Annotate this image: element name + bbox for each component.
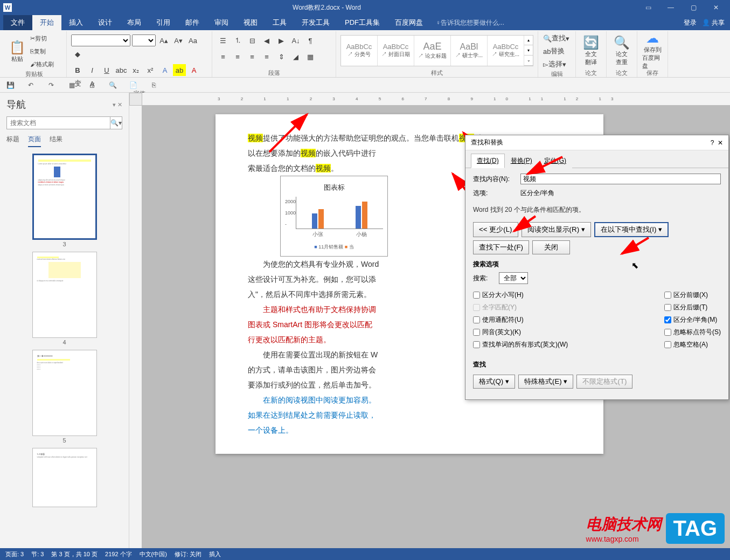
dialog-close-icon[interactable]: ✕ bbox=[718, 139, 723, 147]
search-scope-select[interactable]: 全部 bbox=[499, 272, 528, 284]
tab-design[interactable]: 设计 bbox=[91, 15, 120, 30]
qat-icon[interactable]: ⎘ bbox=[149, 80, 158, 90]
cb-suffix[interactable]: 区分后缀(T) bbox=[664, 303, 721, 312]
increase-indent-icon[interactable]: ▶ bbox=[275, 34, 288, 46]
show-marks-icon[interactable]: ¶ bbox=[304, 34, 317, 46]
nav-tab-results[interactable]: 结果 bbox=[50, 135, 62, 147]
align-left-icon[interactable]: ≡ bbox=[217, 51, 230, 63]
share-button[interactable]: 👤 共享 bbox=[702, 18, 725, 27]
clear-format-icon[interactable]: ◆ bbox=[71, 48, 84, 60]
find-content-input[interactable] bbox=[520, 174, 721, 184]
status-page[interactable]: 页面: 3 bbox=[5, 550, 24, 558]
login-link[interactable]: 登录 bbox=[684, 18, 697, 27]
style-item[interactable]: AaBbCc↗ 封面日期 bbox=[378, 36, 414, 66]
paste-button[interactable]: 📋粘贴 bbox=[6, 35, 28, 67]
horizontal-ruler[interactable]: 3 2 1 1 2 3 4 5 6 7 8 9 10 11 12 13 bbox=[142, 93, 730, 106]
nav-search-input[interactable] bbox=[7, 117, 110, 129]
shrink-font-icon[interactable]: A▾ bbox=[172, 34, 185, 46]
page-thumbnail[interactable]: Lorem ipsum dolor sit amet consecteturad… bbox=[32, 154, 97, 247]
italic-button[interactable]: I bbox=[86, 64, 99, 76]
tab-baidu[interactable]: 百度网盘 bbox=[387, 15, 430, 30]
style-gallery[interactable]: AaBbCc↗ 分类号 AaBbCc↗ 封面日期 AaE↗ 论文标题 AaBl↗… bbox=[340, 35, 533, 66]
font-color-icon[interactable]: A bbox=[187, 64, 200, 76]
close-icon[interactable]: ✕ bbox=[705, 2, 727, 13]
tab-view[interactable]: 视图 bbox=[236, 15, 265, 30]
dialog-help-icon[interactable]: ? bbox=[711, 139, 714, 147]
change-case-icon[interactable]: Aa bbox=[186, 34, 199, 46]
tab-review[interactable]: 审阅 bbox=[207, 15, 236, 30]
tab-file[interactable]: 文件 bbox=[3, 15, 32, 30]
nav-tab-pages[interactable]: 页面 bbox=[28, 135, 41, 147]
tab-references[interactable]: 引用 bbox=[149, 15, 178, 30]
tab-insert[interactable]: 插入 bbox=[61, 15, 91, 30]
dialog-tab-find[interactable]: 查找(D) bbox=[471, 154, 505, 168]
status-page-count[interactable]: 第 3 页，共 10 页 bbox=[51, 550, 98, 558]
page-thumbnail[interactable]: 1.2 标题voluptate velit esse cillum dolore… bbox=[32, 448, 97, 507]
style-item[interactable]: AaBbCc↗ 研究生... bbox=[488, 36, 524, 66]
save-baidu-button[interactable]: ☁保存到百度网盘 bbox=[642, 34, 663, 67]
nav-search-box[interactable]: 🔍▾ bbox=[6, 116, 122, 129]
status-language[interactable]: 中文(中国) bbox=[140, 550, 167, 558]
qat-icon[interactable]: 📄 bbox=[128, 80, 138, 90]
qat-icon[interactable]: ▦ bbox=[67, 80, 77, 90]
select-button[interactable]: ▻ 选择 ▾ bbox=[543, 58, 575, 70]
cb-wildcards[interactable]: 使用通配符(U) bbox=[473, 315, 568, 324]
save-icon[interactable]: 💾 bbox=[5, 80, 15, 90]
strikethrough-button[interactable]: abc bbox=[115, 64, 128, 76]
find-replace-dialog[interactable]: 查找和替换 ? ✕ 查找(D) 替换(P) 定位(G) 查找内容(N): 选项:… bbox=[465, 135, 729, 400]
multilevel-icon[interactable]: ⊟ bbox=[246, 34, 259, 46]
tab-mail[interactable]: 邮件 bbox=[178, 15, 207, 30]
translate-button[interactable]: 🔄全文翻译 bbox=[580, 34, 602, 67]
align-center-icon[interactable]: ≡ bbox=[231, 51, 244, 63]
style-item[interactable]: AaE↗ 论文标题 bbox=[414, 36, 451, 66]
status-word-count[interactable]: 2192 个字 bbox=[105, 550, 132, 558]
bold-button[interactable]: B bbox=[71, 64, 84, 76]
cb-sounds-like[interactable]: 同音(英文)(K) bbox=[473, 328, 568, 337]
cb-ignore-punct[interactable]: 忽略标点符号(S) bbox=[664, 328, 721, 337]
page-thumbnail[interactable]: nostrud exercitation ullamco laboris nis… bbox=[32, 252, 97, 345]
find-in-button[interactable]: 在以下项中查找(I) ▾ bbox=[594, 222, 669, 237]
shading-icon[interactable]: ◢ bbox=[289, 51, 302, 63]
close-button[interactable]: 关闭 bbox=[532, 240, 570, 254]
reading-highlight-button[interactable]: 阅读突出显示(R) ▾ bbox=[522, 222, 591, 237]
qat-icon[interactable]: 🖨 bbox=[87, 80, 97, 90]
decrease-indent-icon[interactable]: ◀ bbox=[260, 34, 273, 46]
cb-ignore-space[interactable]: 忽略空格(A) bbox=[664, 340, 721, 349]
maximize-icon[interactable]: ▢ bbox=[683, 2, 704, 13]
style-gallery-more[interactable]: ▴▾⌄ bbox=[524, 36, 533, 66]
style-item[interactable]: AaBbCc↗ 分类号 bbox=[341, 36, 378, 66]
cb-all-forms[interactable]: 查找单词的所有形式(英文)(W) bbox=[473, 340, 568, 349]
find-button[interactable]: 🔍 查找 ▾ bbox=[543, 32, 575, 44]
align-right-icon[interactable]: ≡ bbox=[246, 51, 259, 63]
justify-icon[interactable]: ≡ bbox=[260, 51, 273, 63]
cut-button[interactable]: ✂ 剪切 bbox=[30, 32, 62, 44]
style-item[interactable]: AaBl↗ 硕士学... bbox=[451, 36, 488, 66]
page-thumbnail[interactable]: 第一章 XXXXXXduis aute irure dolor in repre… bbox=[32, 350, 97, 444]
format-button[interactable]: 格式(Q) ▾ bbox=[473, 375, 515, 389]
special-format-button[interactable]: 特殊格式(E) ▾ bbox=[518, 375, 573, 389]
thesis-check-button[interactable]: 🔍论文查重 bbox=[611, 34, 632, 67]
text-effects-icon[interactable]: A bbox=[158, 64, 171, 76]
borders-icon[interactable]: ▦ bbox=[304, 51, 317, 63]
cb-prefix[interactable]: 区分前缀(X) bbox=[664, 291, 721, 300]
highlight-icon[interactable]: ab bbox=[173, 64, 186, 76]
replace-button[interactable]: ab 替换 bbox=[543, 45, 575, 57]
underline-button[interactable]: U bbox=[100, 64, 113, 76]
vertical-ruler[interactable] bbox=[129, 106, 142, 548]
grow-font-icon[interactable]: A▴ bbox=[157, 34, 170, 46]
tab-tools[interactable]: 工具 bbox=[265, 15, 294, 30]
embedded-chart[interactable]: 图表标 20001000- 小张小杨 ■ 11月销售额 ■ 当 bbox=[280, 176, 388, 257]
tab-home[interactable]: 开始 bbox=[32, 15, 61, 30]
font-size-select[interactable] bbox=[132, 34, 156, 46]
cb-match-case[interactable]: 区分大小写(H) bbox=[473, 291, 568, 300]
tab-layout[interactable]: 布局 bbox=[120, 15, 149, 30]
dialog-tab-replace[interactable]: 替换(P) bbox=[505, 154, 538, 168]
numbering-icon[interactable]: ⒈ bbox=[231, 34, 244, 46]
cb-full-half[interactable]: 区分全/半角(M) bbox=[664, 315, 721, 324]
sort-icon[interactable]: A↓ bbox=[289, 34, 302, 46]
bullets-icon[interactable]: ☰ bbox=[217, 34, 230, 46]
status-insert[interactable]: 插入 bbox=[209, 550, 221, 558]
status-track[interactable]: 修订: 关闭 bbox=[175, 550, 201, 558]
ribbon-options-icon[interactable]: ▭ bbox=[637, 2, 659, 13]
dialog-tab-goto[interactable]: 定位(G) bbox=[538, 154, 572, 168]
